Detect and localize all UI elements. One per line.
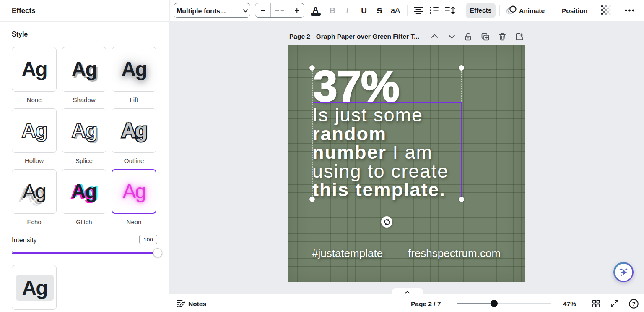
svg-text:?: ?	[632, 301, 635, 307]
